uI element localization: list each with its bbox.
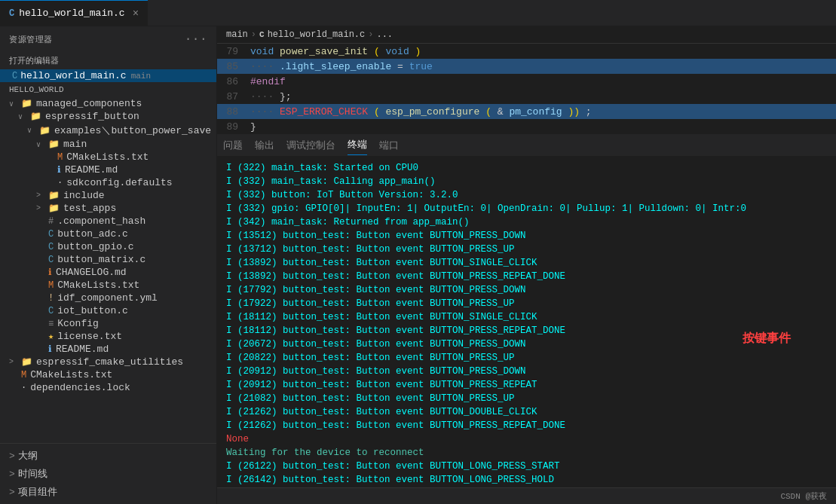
tree-arrow: ∨: [36, 140, 48, 149]
sidebar-bottom-item[interactable]: >大纲: [0, 447, 216, 465]
terminal-line: I (13712) button_test: Button event BUTT…: [226, 243, 827, 256]
tree-item-label: iot_button.c: [57, 305, 128, 316]
tree-item[interactable]: ∨📁managed_components: [0, 97, 216, 110]
terminal-line: I (342) main_task: Returned from app_mai…: [226, 215, 827, 229]
tab-ports[interactable]: 端口: [379, 136, 399, 155]
breadcrumb-ellipsis: ...: [376, 29, 393, 40]
tree-item-label: test_apps: [63, 203, 116, 214]
c-icon: C: [48, 242, 54, 252]
terminal-line: I (13892) button_test: Button event BUTT…: [226, 256, 827, 270]
tree-item[interactable]: ℹREADME.md: [0, 163, 216, 176]
tree-item-label: main: [63, 139, 87, 150]
tree-item[interactable]: #.component_hash: [0, 215, 216, 228]
terminal-line: I (20672) button_test: Button event BUTT…: [226, 338, 827, 351]
c-icon: C: [48, 255, 54, 265]
folder-icon: 📁: [39, 125, 51, 136]
terminal-line: I (21082) button_test: Button event BUTT…: [226, 392, 827, 405]
terminal-lines: I (322) main_task: Started on CPU0I (332…: [226, 161, 827, 487]
info-icon: ℹ: [57, 164, 61, 176]
line-number: 86: [217, 76, 247, 87]
right-panel: main › C hello_world_main.c › ... 79 voi…: [217, 26, 836, 504]
terminal-tabs: 问题 输出 调试控制台 终端 端口: [217, 134, 836, 157]
kconfig-icon: ≡: [48, 319, 54, 329]
breadcrumb: main › C hello_world_main.c › ...: [217, 26, 836, 44]
code-line-89: 89 }: [217, 119, 836, 134]
tree-item-label: README.md: [65, 164, 118, 176]
terminal-line: I (21262) button_test: Button event BUTT…: [226, 405, 827, 419]
code-line-88: 88 ···· ESP_ERROR_CHECK ( esp_pm_configu…: [217, 104, 836, 119]
tree-item[interactable]: ·sdkconfig.defaults: [0, 176, 216, 189]
tree-item[interactable]: ℹREADME.md: [0, 343, 216, 356]
active-file-item[interactable]: C hello_world_main.c main: [0, 69, 216, 82]
tree-item[interactable]: Cbutton_gpio.c: [0, 240, 216, 253]
tree-item-label: button_adc.c: [57, 228, 128, 240]
tree-arrow: >: [9, 358, 21, 366]
exclaim-icon: !: [48, 293, 54, 304]
line-number: 85: [217, 61, 247, 72]
tree-item[interactable]: MCMakeLists.txt: [0, 279, 216, 292]
terminal-line: I (17792) button_test: Button event BUTT…: [226, 283, 827, 297]
tab-debug-console[interactable]: 调试控制台: [286, 136, 335, 155]
tree-item[interactable]: >📁test_apps: [0, 202, 216, 215]
tree-item[interactable]: ℹCHANGELOG.md: [0, 266, 216, 279]
tree-item[interactable]: >📁espressif_cmake_utilities: [0, 356, 216, 368]
bottom-item-label: 项目组件: [18, 485, 57, 499]
terminal-line: I (26122) button_test: Button event BUTT…: [226, 460, 827, 473]
tree-item[interactable]: ★license.txt: [0, 330, 216, 343]
terminal-line: I (332) main_task: Calling app_main(): [226, 175, 827, 188]
tree-item-label: README.md: [56, 344, 109, 355]
tree-arrow: >: [36, 204, 48, 212]
tree-item-label: idf_component.yml: [57, 292, 158, 304]
gear-icon: ·: [21, 383, 26, 393]
terminal-line: I (20822) button_test: Button event BUTT…: [226, 351, 827, 365]
md-icon: ℹ: [48, 267, 52, 278]
tree-arrow: ∨: [18, 112, 30, 121]
terminal-line: I (18112) button_test: Button event BUTT…: [226, 310, 827, 324]
tree-item-label: license.txt: [57, 331, 122, 342]
file-tree: ∨📁managed_components∨📁espressif_button∨📁…: [0, 97, 216, 443]
bottom-arrow: >: [9, 451, 15, 462]
terminal-line: I (18112) button_test: Button event BUTT…: [226, 324, 827, 338]
terminal-line: Waiting for the device to reconnect: [226, 446, 827, 460]
tree-item-label: button_matrix.c: [57, 254, 145, 265]
hash-icon: #: [48, 216, 54, 227]
main-layout: 资源管理器 ··· 打开的编辑器 C hello_world_main.c ma…: [0, 26, 836, 504]
breadcrumb-file: hello_world_main.c: [268, 29, 366, 40]
tab-problems[interactable]: 问题: [223, 136, 243, 155]
bottom-item-label: 大纲: [18, 449, 38, 463]
tab-terminal[interactable]: 终端: [348, 135, 367, 155]
tree-item-label: include: [63, 190, 105, 201]
tree-item[interactable]: >📁include: [0, 189, 216, 202]
sidebar-bottom-item[interactable]: >项目组件: [0, 483, 216, 501]
tree-item[interactable]: MCMakeLists.txt: [0, 368, 216, 381]
tab-label: hello_world_main.c: [19, 8, 124, 19]
close-tab-button[interactable]: ×: [133, 8, 139, 20]
tree-item[interactable]: Cbutton_matrix.c: [0, 253, 216, 266]
terminal-line: I (332) button: IoT Button Version: 3.2.…: [226, 188, 827, 202]
tree-item[interactable]: ∨📁examples＼button_power_save: [0, 123, 216, 138]
tree-item[interactable]: !idf_component.yml: [0, 292, 216, 304]
terminal-output[interactable]: I (322) main_task: Started on CPU0I (332…: [217, 157, 836, 487]
tree-item[interactable]: ∨📁espressif_button: [0, 110, 216, 123]
tab-output[interactable]: 输出: [255, 136, 274, 155]
tree-item[interactable]: ∨📁main: [0, 138, 216, 151]
tree-item-label: Kconfig: [57, 318, 99, 329]
tree-item[interactable]: ≡Kconfig: [0, 317, 216, 330]
terminal-line: I (322) main_task: Started on CPU0: [226, 161, 827, 175]
tree-item[interactable]: Cbutton_adc.c: [0, 228, 216, 240]
open-editors-section[interactable]: 打开的编辑器: [0, 52, 216, 69]
tree-item[interactable]: Ciot_button.c: [0, 304, 216, 317]
sidebar-bottom-item[interactable]: >时间线: [0, 465, 216, 483]
status-bar: CSDN @获夜: [217, 487, 836, 504]
sidebar-options-button[interactable]: ···: [185, 32, 207, 46]
terminal-line: I (26162) button_test: Button event BUTT…: [226, 487, 827, 487]
folder-icon: 📁: [21, 356, 32, 368]
terminal-line: I (20912) button_test: Button event BUTT…: [226, 365, 827, 378]
tree-item[interactable]: MCMakeLists.txt: [0, 151, 216, 163]
tree-item-label: dependencies.lock: [30, 382, 130, 393]
info-icon: ℹ: [48, 344, 52, 355]
breadcrumb-c-icon: C: [259, 30, 265, 39]
tree-item[interactable]: ·dependencies.lock: [0, 381, 216, 394]
breadcrumb-main: main: [226, 29, 248, 40]
tab-active[interactable]: C hello_world_main.c ×: [0, 0, 148, 26]
